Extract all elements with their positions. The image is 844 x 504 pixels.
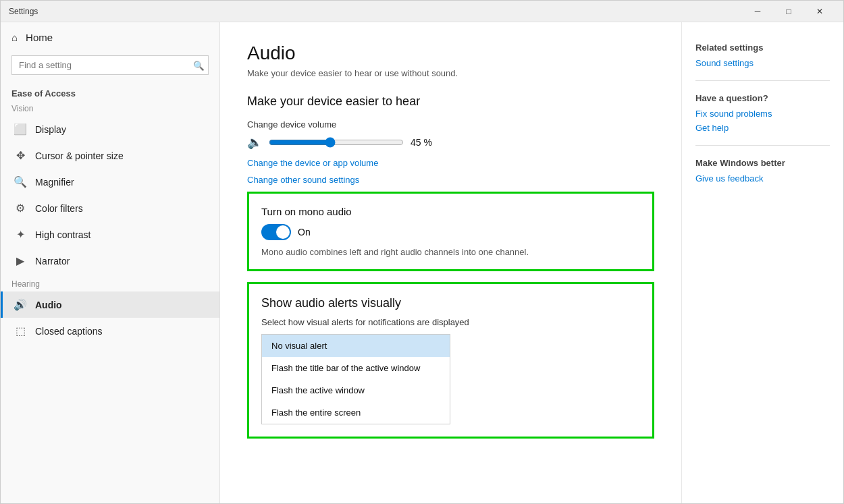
dropdown-option-flash-window[interactable]: Flash the active window — [262, 379, 450, 401]
dropdown-option-no-alert[interactable]: No visual alert — [262, 335, 450, 357]
content-area: ⌂ Home 🔍 Ease of Access Vision ⬜ Display… — [1, 22, 843, 503]
sidebar-item-display-label: Display — [35, 124, 66, 135]
toggle-knob — [276, 225, 290, 239]
dropdown-option-flash-title[interactable]: Flash the title bar of the active window — [262, 357, 450, 379]
color-filters-icon: ⚙ — [14, 202, 27, 215]
narrator-icon: ▶ — [14, 254, 27, 267]
volume-percentage: 45 % — [411, 137, 438, 148]
windows-better-label: Make Windows better — [695, 158, 830, 168]
mono-audio-description: Mono audio combines left and right audio… — [261, 247, 640, 257]
close-button[interactable]: ✕ — [804, 1, 835, 22]
window-controls: ─ □ ✕ — [742, 1, 835, 22]
sidebar-item-audio-label: Audio — [35, 300, 62, 310]
maximize-button[interactable]: □ — [773, 1, 804, 22]
right-panel: Related settings Sound settings Have a q… — [681, 22, 843, 503]
visual-alerts-heading: Show audio alerts visually — [261, 296, 640, 310]
sidebar-item-color-filters[interactable]: ⚙ Color filters — [1, 195, 219, 221]
mono-audio-heading: Turn on mono audio — [261, 206, 640, 217]
sidebar-item-cursor-label: Cursor & pointer size — [35, 150, 124, 161]
sidebar-item-narrator[interactable]: ▶ Narrator — [1, 248, 219, 274]
sidebar-item-closed-captions-label: Closed captions — [35, 326, 103, 337]
search-container: 🔍 — [11, 55, 209, 75]
mono-audio-toggle[interactable] — [261, 224, 291, 240]
audio-icon: 🔊 — [14, 298, 27, 311]
cursor-icon: ✥ — [14, 149, 27, 162]
titlebar: Settings ─ □ ✕ — [1, 1, 843, 22]
section-heading: Make your device easier to hear — [247, 94, 654, 109]
minimize-button[interactable]: ─ — [742, 1, 773, 22]
sidebar-item-cursor[interactable]: ✥ Cursor & pointer size — [1, 142, 219, 169]
visual-alerts-box: Show audio alerts visually Select how vi… — [247, 282, 654, 439]
fix-sound-link[interactable]: Fix sound problems — [695, 109, 830, 119]
sidebar: ⌂ Home 🔍 Ease of Access Vision ⬜ Display… — [1, 22, 220, 503]
question-label: Have a question? — [695, 93, 830, 103]
speaker-icon: 🔈 — [247, 135, 262, 150]
mono-audio-toggle-row: On — [261, 224, 640, 240]
magnifier-icon: 🔍 — [14, 175, 27, 188]
search-input[interactable] — [11, 55, 209, 75]
sidebar-item-narrator-label: Narrator — [35, 256, 70, 267]
page-title: Audio — [247, 43, 654, 64]
sidebar-item-home[interactable]: ⌂ Home — [1, 22, 219, 53]
get-help-link[interactable]: Get help — [695, 123, 830, 133]
sidebar-category-label: Ease of Access — [1, 83, 219, 101]
sound-settings-link[interactable]: Sound settings — [695, 58, 830, 68]
visual-alerts-dropdown: No visual alert Flash the title bar of t… — [261, 334, 450, 424]
sidebar-item-high-contrast[interactable]: ✦ High contrast — [1, 221, 219, 248]
mono-audio-toggle-label: On — [298, 227, 311, 237]
sidebar-item-closed-captions[interactable]: ⬚ Closed captions — [1, 318, 219, 344]
sidebar-item-color-filters-label: Color filters — [35, 203, 83, 214]
home-icon: ⌂ — [11, 32, 18, 43]
divider-1 — [695, 80, 830, 81]
volume-slider[interactable] — [269, 137, 404, 148]
search-button[interactable]: 🔍 — [193, 60, 205, 70]
dropdown-option-flash-screen[interactable]: Flash the entire screen — [262, 401, 450, 424]
closed-captions-icon: ⬚ — [14, 325, 27, 337]
sidebar-item-magnifier[interactable]: 🔍 Magnifier — [1, 169, 219, 195]
volume-control: 🔈 45 % — [247, 135, 654, 150]
settings-window: Settings ─ □ ✕ ⌂ Home 🔍 Ease of Access V… — [0, 0, 844, 504]
device-app-volume-link[interactable]: Change the device or app volume — [247, 158, 654, 168]
high-contrast-icon: ✦ — [14, 228, 27, 241]
page-subtitle: Make your device easier to hear or use w… — [247, 68, 654, 78]
window-title: Settings — [9, 7, 742, 16]
volume-label: Change device volume — [247, 119, 654, 130]
sidebar-item-display[interactable]: ⬜ Display — [1, 116, 219, 142]
divider-2 — [695, 145, 830, 146]
mono-audio-box: Turn on mono audio On Mono audio combine… — [247, 192, 654, 271]
main-content: Audio Make your device easier to hear or… — [220, 22, 681, 503]
sidebar-item-high-contrast-label: High contrast — [35, 229, 90, 240]
hearing-section-label: Hearing — [1, 274, 219, 291]
feedback-link[interactable]: Give us feedback — [695, 173, 830, 184]
vision-section-label: Vision — [1, 101, 219, 116]
sidebar-item-magnifier-label: Magnifier — [35, 177, 74, 188]
related-settings-label: Related settings — [695, 43, 830, 53]
display-icon: ⬜ — [14, 123, 27, 136]
sidebar-item-audio[interactable]: 🔊 Audio — [1, 291, 219, 318]
search-icon: 🔍 — [193, 60, 205, 70]
other-sound-link[interactable]: Change other sound settings — [247, 175, 654, 185]
visual-alerts-description: Select how visual alerts for notificatio… — [261, 317, 640, 327]
home-label: Home — [26, 32, 53, 43]
